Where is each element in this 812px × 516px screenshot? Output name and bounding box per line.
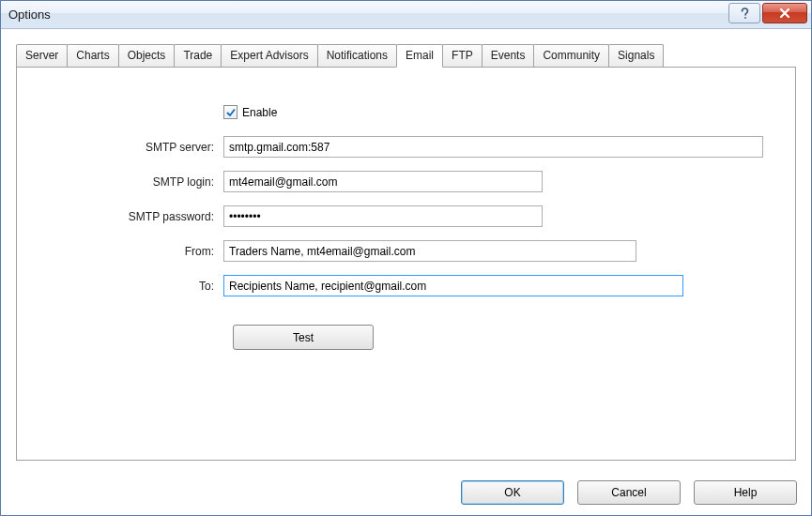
- test-button[interactable]: Test: [233, 325, 374, 350]
- to-row: To:: [45, 275, 767, 296]
- titlebar: Options: [1, 1, 811, 29]
- dialog-content: Server Charts Objects Trade Expert Advis…: [1, 29, 811, 461]
- enable-label: Enable: [242, 106, 277, 119]
- cancel-button[interactable]: Cancel: [577, 480, 681, 505]
- question-icon: [740, 8, 750, 20]
- window-title: Options: [8, 8, 51, 22]
- close-button[interactable]: [762, 3, 807, 23]
- window-controls: [728, 3, 807, 23]
- test-row: Test: [233, 325, 767, 350]
- dialog-button-bar: OK Cancel Help: [461, 480, 797, 505]
- close-icon: [779, 8, 790, 19]
- smtp-password-input[interactable]: [223, 205, 543, 227]
- tab-server[interactable]: Server: [16, 44, 68, 67]
- tab-email[interactable]: Email: [396, 44, 443, 68]
- enable-checkbox[interactable]: [223, 105, 237, 119]
- to-input[interactable]: [223, 275, 683, 296]
- tab-trade[interactable]: Trade: [174, 44, 222, 67]
- tab-expert-advisors[interactable]: Expert Advisors: [221, 44, 317, 67]
- tab-objects[interactable]: Objects: [118, 44, 176, 67]
- smtp-login-input[interactable]: [223, 171, 543, 192]
- tab-community[interactable]: Community: [533, 44, 609, 67]
- smtp-login-label: SMTP login:: [45, 175, 223, 189]
- smtp-password-label: SMTP password:: [45, 210, 223, 223]
- smtp-server-row: SMTP server:: [45, 136, 767, 158]
- enable-row: Enable: [223, 105, 767, 119]
- tab-signals[interactable]: Signals: [608, 44, 664, 67]
- help-button[interactable]: Help: [694, 480, 797, 505]
- from-input[interactable]: [223, 240, 636, 262]
- from-row: From:: [45, 240, 767, 262]
- checkmark-icon: [225, 107, 237, 118]
- help-icon-button[interactable]: [728, 3, 760, 23]
- tab-events[interactable]: Events: [482, 44, 535, 67]
- to-label: To:: [45, 280, 223, 293]
- tab-charts[interactable]: Charts: [67, 44, 118, 67]
- tab-panel-email: Enable SMTP server: SMTP login: SMTP pas…: [16, 67, 796, 461]
- from-label: From:: [45, 245, 223, 258]
- tab-strip: Server Charts Objects Trade Expert Advis…: [16, 44, 796, 67]
- tab-ftp[interactable]: FTP: [442, 44, 483, 67]
- smtp-server-label: SMTP server:: [45, 141, 223, 154]
- smtp-server-input[interactable]: [223, 136, 763, 158]
- smtp-password-row: SMTP password:: [45, 205, 767, 227]
- tab-container: Server Charts Objects Trade Expert Advis…: [16, 44, 796, 461]
- smtp-login-row: SMTP login:: [45, 171, 767, 192]
- svg-point-0: [744, 17, 746, 19]
- tab-notifications[interactable]: Notifications: [317, 44, 397, 67]
- ok-button[interactable]: OK: [461, 480, 564, 505]
